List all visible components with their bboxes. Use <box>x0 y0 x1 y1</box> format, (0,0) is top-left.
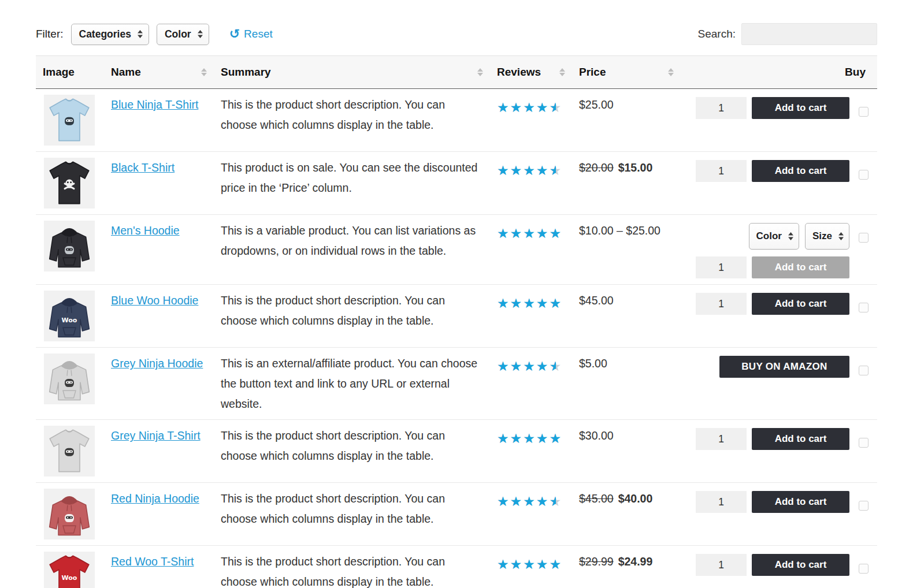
column-header-price[interactable]: Price <box>572 56 681 89</box>
sort-arrows-icon[interactable] <box>668 68 674 76</box>
cart-line: Add to cart <box>696 293 849 315</box>
checkbox-cell <box>852 483 877 546</box>
product-image[interactable] <box>44 95 95 146</box>
buy-cell: Add to cart <box>681 89 852 152</box>
summary-cell: This is the product short description. Y… <box>214 89 490 152</box>
column-header-label: Image <box>43 66 75 79</box>
sort-arrows-icon[interactable] <box>201 68 207 76</box>
search-area: Search: <box>698 23 877 45</box>
select-product-checkbox[interactable] <box>859 170 869 180</box>
categories-filter-dropdown[interactable]: Categories <box>71 24 149 45</box>
product-row: Black T-ShirtThis product is on sale. Yo… <box>36 152 877 215</box>
product-image[interactable] <box>44 489 95 539</box>
reset-icon: ↺ <box>229 28 240 40</box>
add-to-cart-button[interactable]: Add to cart <box>752 160 849 182</box>
quantity-input[interactable] <box>696 293 747 315</box>
product-name-link[interactable]: Men's Hoodie <box>111 224 180 237</box>
quantity-input[interactable] <box>696 491 747 513</box>
product-image[interactable] <box>44 426 95 477</box>
search-label: Search: <box>698 28 736 40</box>
product-name-link[interactable]: Red Woo T-Shirt <box>111 555 194 568</box>
select-product-checkbox[interactable] <box>859 107 869 117</box>
column-header-name[interactable]: Name <box>104 56 214 89</box>
product-name-link[interactable]: Blue Woo Hoodie <box>111 294 198 307</box>
product-name-link[interactable]: Grey Ninja Hoodie <box>111 357 203 370</box>
color-filter-dropdown[interactable]: Color <box>157 24 209 45</box>
cart-line: Add to cart <box>696 256 849 278</box>
select-product-checkbox[interactable] <box>859 233 869 243</box>
sort-arrows-icon[interactable] <box>559 68 565 76</box>
product-name-link[interactable]: Grey Ninja T-Shirt <box>111 429 201 442</box>
add-to-cart-button[interactable]: Add to cart <box>752 491 849 513</box>
color-variation-select[interactable]: Color <box>749 223 799 250</box>
quantity-input[interactable] <box>696 160 747 182</box>
stars-filled: ★★★★★ <box>497 432 562 445</box>
select-product-checkbox[interactable] <box>859 501 869 511</box>
buy-cell: Add to cart <box>681 420 852 483</box>
product-image[interactable] <box>44 158 95 209</box>
add-to-cart-button[interactable]: Add to cart <box>752 256 849 278</box>
sort-arrows-icon[interactable] <box>477 68 483 76</box>
select-product-checkbox[interactable] <box>859 564 869 574</box>
checkbox-cell <box>852 348 877 420</box>
add-to-cart-button[interactable]: Add to cart <box>752 428 849 450</box>
star-rating: ★★★★★★★★★★ <box>497 164 562 177</box>
column-header-reviews[interactable]: Reviews <box>490 56 572 89</box>
product-name-link[interactable]: Red Ninja Hoodie <box>111 492 199 505</box>
buy-controls: BUY ON AMAZON <box>688 353 849 378</box>
summary-cell: This is an external/affiliate product. Y… <box>214 348 490 420</box>
checkbox-cell <box>852 420 877 483</box>
checkbox-cell <box>852 152 877 215</box>
buy-cell: Add to cart <box>681 483 852 546</box>
name-cell: Blue Ninja T-Shirt <box>104 89 214 152</box>
product-image[interactable] <box>44 353 95 404</box>
old-price: $29.99 <box>579 555 614 568</box>
product-price: $45.00 <box>579 294 614 307</box>
old-price: $20.00 <box>579 161 614 174</box>
product-price: $24.99 <box>618 555 653 568</box>
name-cell: Blue Woo Hoodie <box>104 285 214 348</box>
select-product-checkbox[interactable] <box>859 303 869 312</box>
quantity-input[interactable] <box>696 256 747 278</box>
quantity-input[interactable] <box>696 428 747 450</box>
product-name-link[interactable]: Black T-Shirt <box>111 161 175 174</box>
product-table: ImageNameSummaryReviewsPriceBuy Blue Nin… <box>36 55 877 588</box>
name-cell: Grey Ninja Hoodie <box>104 348 214 420</box>
add-to-cart-button[interactable]: Add to cart <box>752 293 849 315</box>
product-price: $5.00 <box>579 357 607 370</box>
price-cell: $45.00$40.00 <box>572 483 681 546</box>
product-name-link[interactable]: Blue Ninja T-Shirt <box>111 98 198 111</box>
price-cell: $20.00$15.00 <box>572 152 681 215</box>
buy-on-amazon-button[interactable]: BUY ON AMAZON <box>719 356 849 378</box>
product-image[interactable]: Woo <box>44 291 95 341</box>
search-input[interactable] <box>741 23 877 45</box>
product-summary: This is the product short description. Y… <box>221 429 445 462</box>
size-variation-select[interactable]: Size <box>805 223 849 250</box>
cart-line: Add to cart <box>696 554 849 576</box>
image-cell <box>36 215 104 285</box>
add-to-cart-button[interactable]: Add to cart <box>752 97 849 119</box>
product-image[interactable] <box>44 221 95 271</box>
stars-filled: ★★★★★ <box>497 360 556 373</box>
updown-caret-icon <box>197 29 203 39</box>
price-cell: $25.00 <box>572 89 681 152</box>
product-image[interactable]: Woo <box>44 552 95 588</box>
product-summary: This is an external/affiliate product. Y… <box>221 357 477 410</box>
star-rating: ★★★★★★★★★★ <box>497 297 562 310</box>
add-to-cart-button[interactable]: Add to cart <box>752 554 849 576</box>
select-product-checkbox[interactable] <box>859 366 869 375</box>
quantity-input[interactable] <box>696 554 747 576</box>
quantity-input[interactable] <box>696 97 747 119</box>
product-row: Grey Ninja T-ShirtThis is the product sh… <box>36 420 877 483</box>
stars-filled: ★★★★★ <box>497 227 562 240</box>
categories-filter-value: Categories <box>79 28 131 40</box>
product-summary: This is a variable product. You can list… <box>221 224 476 257</box>
select-product-checkbox[interactable] <box>859 438 869 448</box>
reviews-cell: ★★★★★★★★★★ <box>490 89 572 152</box>
name-cell: Red Ninja Hoodie <box>104 483 214 546</box>
summary-cell: This product is on sale. You can see the… <box>214 152 490 215</box>
image-cell <box>36 483 104 546</box>
column-header-summary[interactable]: Summary <box>214 56 490 89</box>
star-rating: ★★★★★★★★★★ <box>497 432 562 445</box>
reset-filters-link[interactable]: ↺ Reset <box>229 28 273 40</box>
